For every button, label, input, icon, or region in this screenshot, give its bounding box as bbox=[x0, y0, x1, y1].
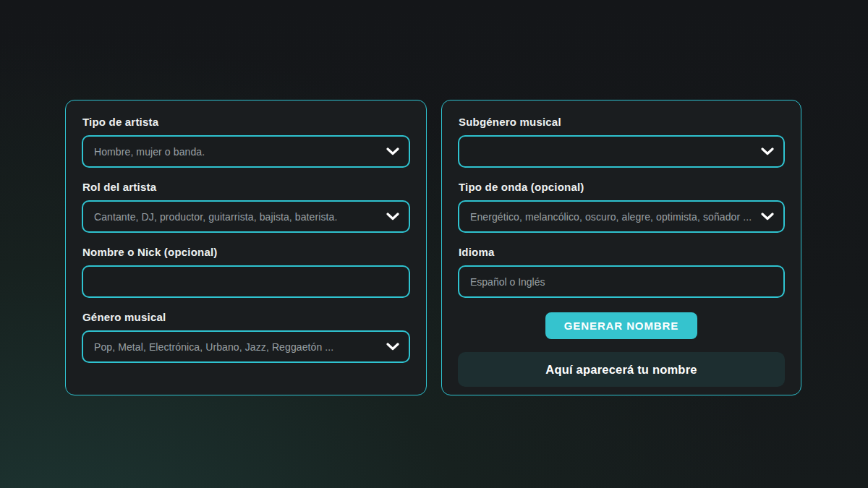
field-group-idioma: Idioma bbox=[458, 246, 785, 298]
chevron-down-icon bbox=[761, 213, 774, 221]
subgenero-musical-select[interactable] bbox=[458, 135, 785, 168]
chevron-down-icon bbox=[761, 147, 774, 155]
nombre-nick-input[interactable] bbox=[82, 265, 410, 298]
chevron-down-icon bbox=[386, 213, 399, 221]
field-group-tipo-de-artista: Tipo de artista Hombre, mujer o banda. bbox=[82, 116, 410, 168]
tipo-de-artista-select[interactable]: Hombre, mujer o banda. bbox=[82, 135, 410, 168]
rol-del-artista-select[interactable]: Cantante, DJ, productor, guitarrista, ba… bbox=[82, 200, 410, 233]
rol-del-artista-label: Rol del artista bbox=[82, 181, 410, 194]
idioma-label: Idioma bbox=[459, 246, 785, 259]
nombre-nick-label: Nombre o Nick (opcional) bbox=[82, 246, 410, 259]
tipo-de-onda-placeholder: Energético, melancólico, oscuro, alegre,… bbox=[470, 211, 754, 223]
field-group-tipo-de-onda: Tipo de onda (opcional) Energético, mela… bbox=[458, 181, 785, 233]
subgenero-musical-label: Subgénero musical bbox=[459, 116, 785, 129]
chevron-down-icon bbox=[386, 343, 399, 351]
field-group-nombre-nick: Nombre o Nick (opcional) bbox=[82, 246, 410, 298]
idioma-input[interactable] bbox=[458, 265, 785, 298]
tipo-de-artista-placeholder: Hombre, mujer o banda. bbox=[94, 146, 379, 158]
genero-musical-label: Género musical bbox=[82, 311, 410, 324]
tipo-de-artista-label: Tipo de artista bbox=[82, 116, 410, 129]
generated-name-result: Aquí aparecerá tu nombre bbox=[458, 352, 785, 387]
tipo-de-onda-select[interactable]: Energético, melancólico, oscuro, alegre,… bbox=[458, 200, 785, 233]
field-group-genero-musical: Género musical Pop, Metal, Electrónica, … bbox=[82, 311, 410, 363]
genero-musical-placeholder: Pop, Metal, Electrónica, Urbano, Jazz, R… bbox=[94, 341, 379, 353]
generar-nombre-button[interactable]: GENERAR NOMBRE bbox=[545, 312, 697, 339]
field-group-rol-del-artista: Rol del artista Cantante, DJ, productor,… bbox=[82, 181, 410, 233]
genero-musical-select[interactable]: Pop, Metal, Electrónica, Urbano, Jazz, R… bbox=[82, 330, 410, 363]
artist-form-panel-left: Tipo de artista Hombre, mujer o banda. R… bbox=[65, 100, 427, 395]
tipo-de-onda-label: Tipo de onda (opcional) bbox=[459, 181, 785, 194]
field-group-subgenero-musical: Subgénero musical bbox=[458, 116, 785, 168]
chevron-down-icon bbox=[386, 147, 399, 155]
artist-form-panel-right: Subgénero musical Tipo de onda (opcional… bbox=[441, 100, 801, 395]
rol-del-artista-placeholder: Cantante, DJ, productor, guitarrista, ba… bbox=[94, 211, 379, 223]
